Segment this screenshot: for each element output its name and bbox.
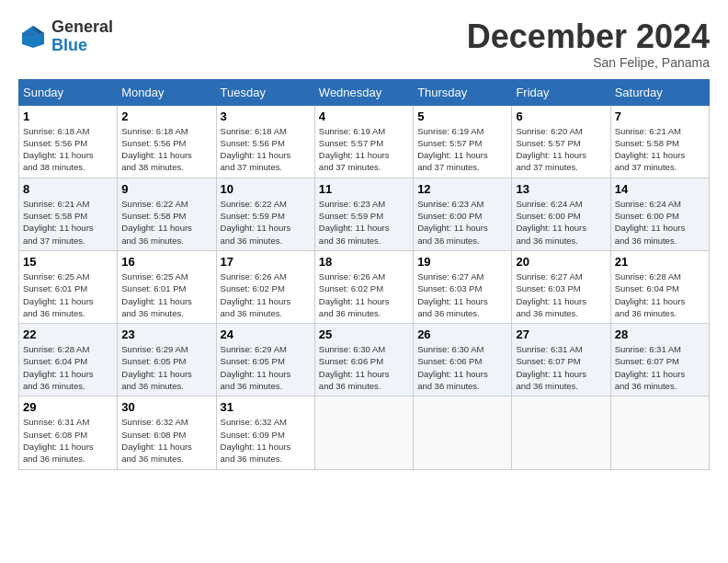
logo-blue-text: Blue [51, 36, 87, 54]
day-number: 31 [221, 400, 311, 414]
day-number: 4 [319, 109, 409, 123]
day-info: Sunrise: 6:23 AMSunset: 6:00 PMDaylight:… [417, 198, 507, 247]
day-info: Sunrise: 6:24 AMSunset: 6:00 PMDaylight:… [615, 198, 705, 247]
day-info: Sunrise: 6:26 AMSunset: 6:02 PMDaylight:… [319, 270, 409, 319]
day-info: Sunrise: 6:18 AMSunset: 5:56 PMDaylight:… [121, 125, 211, 174]
day-number: 16 [121, 255, 211, 269]
table-row: 14Sunrise: 6:24 AMSunset: 6:00 PMDayligh… [610, 178, 709, 250]
table-row: 21Sunrise: 6:28 AMSunset: 6:04 PMDayligh… [610, 250, 709, 323]
table-row: 17Sunrise: 6:26 AMSunset: 6:02 PMDayligh… [216, 250, 314, 323]
day-info: Sunrise: 6:29 AMSunset: 6:05 PMDaylight:… [121, 343, 211, 392]
title-section: December 2024 San Felipe, Panama [467, 18, 710, 70]
day-info: Sunrise: 6:26 AMSunset: 6:02 PMDaylight:… [221, 270, 311, 319]
table-row: 8Sunrise: 6:21 AMSunset: 5:58 PMDaylight… [19, 178, 118, 250]
table-row: 15Sunrise: 6:25 AMSunset: 6:01 PMDayligh… [19, 250, 118, 323]
table-row: 27Sunrise: 6:31 AMSunset: 6:07 PMDayligh… [512, 324, 610, 396]
empty-cell [414, 396, 512, 469]
header-friday: Friday [512, 79, 610, 105]
day-info: Sunrise: 6:23 AMSunset: 5:59 PMDaylight:… [319, 198, 409, 247]
day-info: Sunrise: 6:21 AMSunset: 5:58 PMDaylight:… [615, 125, 705, 174]
day-info: Sunrise: 6:20 AMSunset: 5:57 PMDaylight:… [516, 125, 606, 174]
day-info: Sunrise: 6:24 AMSunset: 6:00 PMDaylight:… [516, 198, 606, 247]
day-info: Sunrise: 6:19 AMSunset: 5:57 PMDaylight:… [417, 125, 507, 174]
day-info: Sunrise: 6:19 AMSunset: 5:57 PMDaylight:… [319, 125, 409, 174]
day-info: Sunrise: 6:21 AMSunset: 5:58 PMDaylight:… [23, 198, 113, 247]
weekday-header-row: Sunday Monday Tuesday Wednesday Thursday… [19, 79, 710, 105]
day-info: Sunrise: 6:25 AMSunset: 6:01 PMDaylight:… [23, 270, 113, 319]
day-info: Sunrise: 6:30 AMSunset: 6:06 PMDaylight:… [417, 343, 507, 392]
day-number: 13 [516, 182, 606, 196]
svg-rect-2 [22, 33, 44, 35]
table-row: 18Sunrise: 6:26 AMSunset: 6:02 PMDayligh… [314, 250, 413, 323]
day-info: Sunrise: 6:29 AMSunset: 6:05 PMDaylight:… [221, 343, 311, 392]
table-row: 24Sunrise: 6:29 AMSunset: 6:05 PMDayligh… [216, 324, 314, 396]
table-row: 20Sunrise: 6:27 AMSunset: 6:03 PMDayligh… [512, 250, 610, 323]
table-row: 1Sunrise: 6:18 AMSunset: 5:56 PMDaylight… [19, 105, 118, 178]
day-number: 21 [615, 255, 705, 269]
day-info: Sunrise: 6:27 AMSunset: 6:03 PMDaylight:… [417, 270, 507, 319]
day-info: Sunrise: 6:22 AMSunset: 5:58 PMDaylight:… [121, 198, 211, 247]
day-info: Sunrise: 6:28 AMSunset: 6:04 PMDaylight:… [23, 343, 113, 392]
day-number: 5 [417, 109, 507, 123]
table-row: 5Sunrise: 6:19 AMSunset: 5:57 PMDaylight… [414, 105, 512, 178]
day-number: 24 [221, 327, 311, 341]
table-row: 28Sunrise: 6:31 AMSunset: 6:07 PMDayligh… [610, 324, 709, 396]
logo-general-text: General [51, 17, 113, 36]
location: San Felipe, Panama [467, 55, 710, 70]
day-number: 2 [121, 109, 211, 123]
header-sunday: Sunday [19, 79, 118, 105]
day-info: Sunrise: 6:31 AMSunset: 6:07 PMDaylight:… [516, 343, 606, 392]
empty-cell [512, 396, 610, 469]
day-info: Sunrise: 6:31 AMSunset: 6:08 PMDaylight:… [23, 416, 113, 465]
table-row: 19Sunrise: 6:27 AMSunset: 6:03 PMDayligh… [414, 250, 512, 323]
table-row: 13Sunrise: 6:24 AMSunset: 6:00 PMDayligh… [512, 178, 610, 250]
day-info: Sunrise: 6:32 AMSunset: 6:08 PMDaylight:… [121, 416, 211, 465]
table-row: 9Sunrise: 6:22 AMSunset: 5:58 PMDaylight… [118, 178, 216, 250]
header-thursday: Thursday [414, 79, 512, 105]
day-number: 8 [23, 182, 113, 196]
day-number: 18 [319, 255, 409, 269]
table-row: 23Sunrise: 6:29 AMSunset: 6:05 PMDayligh… [118, 324, 216, 396]
day-number: 14 [615, 182, 705, 196]
day-number: 23 [121, 327, 211, 341]
calendar-week-row: 15Sunrise: 6:25 AMSunset: 6:01 PMDayligh… [19, 250, 710, 323]
day-number: 20 [516, 255, 606, 269]
day-number: 12 [417, 182, 507, 196]
table-row: 31Sunrise: 6:32 AMSunset: 6:09 PMDayligh… [216, 396, 314, 469]
calendar-week-row: 8Sunrise: 6:21 AMSunset: 5:58 PMDaylight… [19, 178, 710, 250]
table-row: 7Sunrise: 6:21 AMSunset: 5:58 PMDaylight… [610, 105, 709, 178]
day-number: 19 [417, 255, 507, 269]
calendar-week-row: 1Sunrise: 6:18 AMSunset: 5:56 PMDaylight… [19, 105, 710, 178]
logo: General Blue [18, 18, 113, 55]
day-info: Sunrise: 6:25 AMSunset: 6:01 PMDaylight:… [121, 270, 211, 319]
day-info: Sunrise: 6:18 AMSunset: 5:56 PMDaylight:… [23, 125, 113, 174]
table-row: 29Sunrise: 6:31 AMSunset: 6:08 PMDayligh… [19, 396, 118, 469]
day-info: Sunrise: 6:22 AMSunset: 5:59 PMDaylight:… [221, 198, 311, 247]
table-row: 16Sunrise: 6:25 AMSunset: 6:01 PMDayligh… [118, 250, 216, 323]
day-number: 6 [516, 109, 606, 123]
day-number: 25 [319, 327, 409, 341]
day-number: 17 [221, 255, 311, 269]
header-monday: Monday [118, 79, 216, 105]
day-number: 29 [23, 400, 113, 414]
header-saturday: Saturday [610, 79, 709, 105]
empty-cell [610, 396, 709, 469]
table-row: 3Sunrise: 6:18 AMSunset: 5:56 PMDaylight… [216, 105, 314, 178]
table-row: 12Sunrise: 6:23 AMSunset: 6:00 PMDayligh… [414, 178, 512, 250]
day-info: Sunrise: 6:31 AMSunset: 6:07 PMDaylight:… [615, 343, 705, 392]
table-row: 25Sunrise: 6:30 AMSunset: 6:06 PMDayligh… [314, 324, 413, 396]
day-info: Sunrise: 6:18 AMSunset: 5:56 PMDaylight:… [221, 125, 311, 174]
day-info: Sunrise: 6:30 AMSunset: 6:06 PMDaylight:… [319, 343, 409, 392]
header-tuesday: Tuesday [216, 79, 314, 105]
day-info: Sunrise: 6:32 AMSunset: 6:09 PMDaylight:… [221, 416, 311, 465]
day-number: 3 [221, 109, 311, 123]
calendar-week-row: 29Sunrise: 6:31 AMSunset: 6:08 PMDayligh… [19, 396, 710, 469]
page-header: General Blue December 2024 San Felipe, P… [18, 18, 710, 70]
calendar-week-row: 22Sunrise: 6:28 AMSunset: 6:04 PMDayligh… [19, 324, 710, 396]
table-row: 4Sunrise: 6:19 AMSunset: 5:57 PMDaylight… [314, 105, 413, 178]
day-info: Sunrise: 6:28 AMSunset: 6:04 PMDaylight:… [615, 270, 705, 319]
logo-icon [18, 22, 48, 52]
table-row: 11Sunrise: 6:23 AMSunset: 5:59 PMDayligh… [314, 178, 413, 250]
empty-cell [314, 396, 413, 469]
table-row: 6Sunrise: 6:20 AMSunset: 5:57 PMDaylight… [512, 105, 610, 178]
